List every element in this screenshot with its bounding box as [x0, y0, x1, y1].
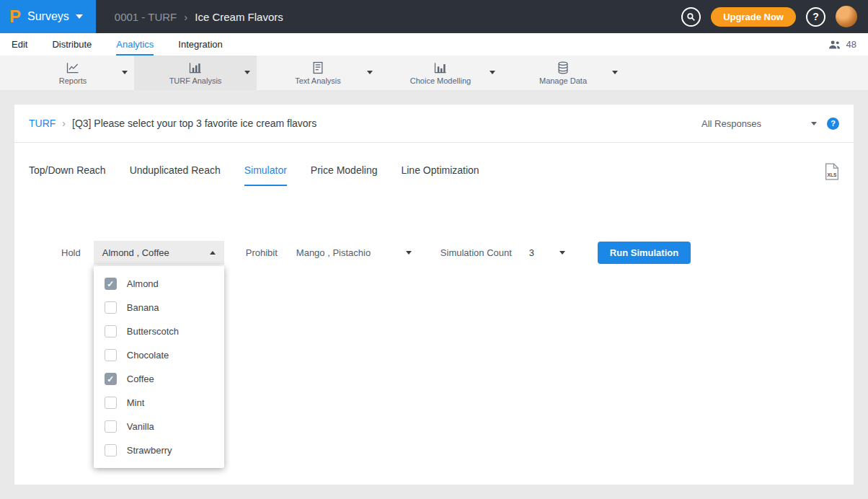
survey-nav: Edit Distribute Analytics Integration 48: [0, 33, 868, 56]
card-header-actions: All Responses ?: [701, 118, 839, 130]
search-button[interactable]: [681, 7, 701, 27]
tab-simulator[interactable]: Simulator: [244, 164, 287, 186]
tab-line-optimization[interactable]: Line Optimization: [401, 164, 479, 186]
turf-breadcrumb-link[interactable]: TURF: [29, 118, 56, 129]
checkbox[interactable]: [105, 301, 117, 314]
option-vanilla[interactable]: Vanilla: [94, 415, 224, 438]
surveys-menu-button[interactable]: P Surveys: [0, 0, 96, 33]
tool-label: TURF Analysis: [169, 76, 222, 85]
checkbox[interactable]: [105, 397, 117, 409]
tool-label: Reports: [59, 76, 87, 85]
hold-options-panel: Almond Banana Butterscotch Chocolate: [94, 266, 224, 468]
upgrade-now-button[interactable]: Upgrade Now: [711, 7, 796, 27]
option-banana[interactable]: Banana: [94, 296, 224, 319]
tool-text-analysis[interactable]: Text Analysis: [257, 56, 379, 90]
option-label: Almond: [127, 278, 159, 289]
analysis-tabs: Top/Down Reach Unduplicated Reach Simula…: [29, 164, 503, 186]
checkbox[interactable]: [105, 373, 117, 385]
chevron-down-icon: [811, 122, 817, 125]
option-mint[interactable]: Mint: [94, 391, 224, 415]
simulator-controls: Hold Almond , Coffee Almond Banana: [14, 241, 854, 265]
checkbox[interactable]: [105, 444, 117, 456]
option-strawberry[interactable]: Strawberry: [94, 438, 224, 462]
tool-turf-analysis[interactable]: TURF Analysis: [134, 56, 257, 90]
xls-file-icon: XLS: [825, 163, 839, 180]
chevron-down-icon: [76, 14, 83, 19]
questionpro-logo: P: [9, 6, 21, 27]
header-actions: Upgrade Now ?: [681, 6, 868, 27]
card-header: TURF › [Q3] Please select your top 3 fav…: [14, 105, 854, 142]
respondent-count[interactable]: 48: [828, 33, 856, 56]
option-butterscotch[interactable]: Butterscotch: [94, 319, 224, 343]
option-label: Chocolate: [127, 350, 169, 361]
filter-value: All Responses: [701, 118, 761, 129]
divider: [14, 142, 854, 143]
document-icon: [311, 61, 325, 75]
tool-manage-data[interactable]: Manage Data: [502, 56, 624, 90]
chevron-down-icon[interactable]: [490, 71, 495, 74]
tool-label: Manage Data: [539, 76, 587, 85]
tool-reports[interactable]: Reports: [12, 56, 134, 90]
option-coffee[interactable]: Coffee: [94, 367, 224, 391]
option-almond[interactable]: Almond: [94, 272, 224, 296]
simulation-count-dropdown[interactable]: 3: [529, 241, 574, 265]
option-label: Banana: [127, 302, 159, 313]
top-header: P Surveys 0001 - TURF › Ice Cream Flavor…: [0, 0, 868, 33]
respondent-count-value: 48: [846, 39, 856, 50]
checkbox[interactable]: [105, 349, 117, 361]
nav-edit[interactable]: Edit: [12, 33, 27, 56]
question-mark-icon: ?: [812, 11, 819, 22]
tool-label: Choice Modelling: [410, 76, 471, 85]
bar-chart-icon: [433, 61, 448, 75]
responses-filter-dropdown[interactable]: All Responses: [701, 118, 817, 129]
simulation-count-value: 3: [529, 247, 534, 258]
prohibit-dropdown[interactable]: Mango , Pistachio: [296, 241, 420, 265]
line-chart-icon: [66, 61, 80, 75]
breadcrumb-separator: ›: [62, 118, 66, 129]
chevron-down-icon[interactable]: [367, 71, 373, 74]
survey-id-link[interactable]: 0001 - TURF: [115, 11, 177, 23]
analytics-toolbar: Reports TURF Analysis Text Analysis Choi…: [0, 56, 868, 90]
user-avatar[interactable]: [836, 6, 857, 27]
chevron-down-icon[interactable]: [244, 71, 250, 74]
tab-unduplicated-reach[interactable]: Unduplicated Reach: [130, 164, 221, 186]
nav-analytics[interactable]: Analytics: [116, 33, 154, 56]
checkbox[interactable]: [105, 420, 117, 433]
breadcrumb-separator: ›: [184, 11, 187, 23]
surveys-label: Surveys: [27, 10, 69, 23]
survey-nav-items: Edit Distribute Analytics Integration: [12, 33, 247, 56]
search-icon: [686, 12, 696, 22]
tab-price-modeling[interactable]: Price Modeling: [311, 164, 378, 186]
tool-label: Text Analysis: [295, 76, 341, 85]
export-xls-button[interactable]: XLS: [825, 163, 839, 186]
option-label: Coffee: [127, 374, 154, 384]
help-button[interactable]: ?: [806, 7, 825, 27]
hold-value: Almond , Coffee: [102, 247, 169, 258]
header-breadcrumb: 0001 - TURF › Ice Cream Flavors: [115, 11, 283, 23]
option-label: Strawberry: [127, 445, 172, 456]
nav-integration[interactable]: Integration: [178, 33, 222, 56]
option-chocolate[interactable]: Chocolate: [94, 343, 224, 367]
nav-distribute[interactable]: Distribute: [52, 33, 92, 56]
checkbox[interactable]: [105, 278, 117, 290]
option-label: Vanilla: [127, 421, 154, 432]
hold-dropdown[interactable]: Almond , Coffee Almond Banana Butterscot…: [94, 241, 224, 265]
tabs-row: Top/Down Reach Unduplicated Reach Simula…: [14, 163, 854, 186]
chevron-up-icon: [210, 251, 216, 255]
chevron-down-icon: [559, 251, 565, 255]
run-simulation-button[interactable]: Run Simulation: [598, 242, 691, 264]
checkbox[interactable]: [105, 325, 117, 337]
tool-choice-modelling[interactable]: Choice Modelling: [379, 56, 502, 90]
database-icon: [556, 61, 570, 75]
page-background: TURF › [Q3] Please select your top 3 fav…: [0, 90, 868, 499]
help-badge[interactable]: ?: [827, 118, 839, 130]
tab-top-down-reach[interactable]: Top/Down Reach: [29, 164, 106, 186]
chevron-down-icon[interactable]: [612, 71, 618, 74]
prohibit-label: Prohibit: [246, 247, 278, 258]
chevron-down-icon[interactable]: [122, 71, 128, 74]
xls-label: XLS: [828, 172, 838, 177]
turf-content-card: TURF › [Q3] Please select your top 3 fav…: [14, 105, 854, 485]
survey-title: Ice Cream Flavors: [195, 11, 283, 23]
question-text: [Q3] Please select your top 3 favorite i…: [72, 118, 316, 129]
option-label: Mint: [127, 397, 145, 408]
